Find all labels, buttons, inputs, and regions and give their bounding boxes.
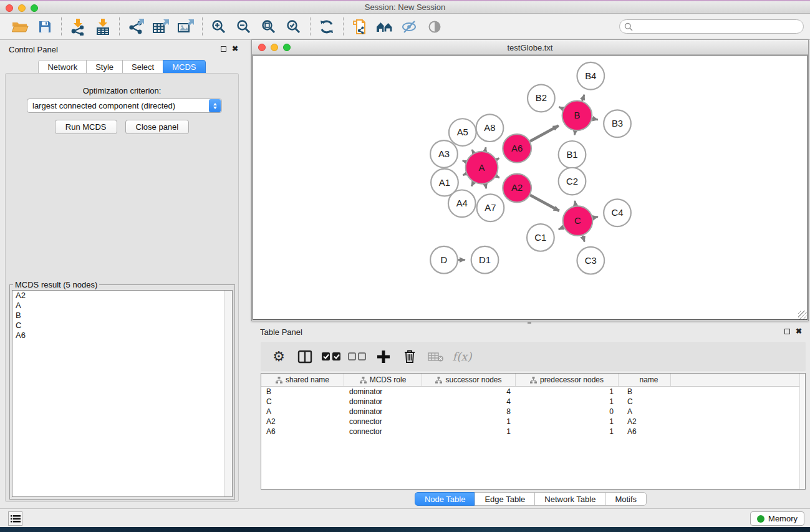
column-header-mcds-role[interactable]: MCDS role xyxy=(344,374,422,386)
graph-edge[interactable] xyxy=(593,217,598,218)
export-image-button[interactable] xyxy=(173,17,198,37)
cell-predecessor-nodes[interactable]: 1 xyxy=(516,397,619,406)
table-settings-button[interactable]: ⚙ xyxy=(267,346,291,368)
zoom-in-button[interactable] xyxy=(206,17,231,37)
cell-mcds-role[interactable]: dominator xyxy=(344,407,422,416)
column-view-button[interactable] xyxy=(293,346,317,368)
column-header-successor-nodes[interactable]: successor nodes xyxy=(422,374,516,386)
cell-name[interactable]: A xyxy=(619,407,671,416)
graph-edge[interactable] xyxy=(471,182,473,186)
unselect-all-button[interactable] xyxy=(345,346,369,368)
list-item[interactable]: B xyxy=(12,311,232,321)
cell-successor-nodes[interactable]: 4 xyxy=(422,387,516,396)
cell-mcds-role[interactable]: connector xyxy=(344,427,422,436)
cell-predecessor-nodes[interactable]: 1 xyxy=(516,387,619,396)
tab-edge-table[interactable]: Edge Table xyxy=(475,492,535,506)
tab-select[interactable]: Select xyxy=(122,60,163,74)
list-item[interactable]: A6 xyxy=(12,331,232,341)
cell-predecessor-nodes[interactable]: 0 xyxy=(516,407,619,416)
table-row[interactable]: C dominator 4 1 C xyxy=(261,397,805,407)
list-item[interactable]: A2 xyxy=(12,291,232,301)
search-input[interactable] xyxy=(619,19,804,34)
graph-edge[interactable] xyxy=(575,201,576,206)
list-item[interactable]: C xyxy=(12,321,232,331)
graph-edge[interactable] xyxy=(530,195,559,211)
function-builder-button[interactable]: f(x) xyxy=(450,346,474,368)
run-mcds-button[interactable]: Run MCDS xyxy=(55,120,117,134)
close-panel-button[interactable]: Close panel xyxy=(125,120,190,134)
hide-selected-button[interactable] xyxy=(397,17,422,37)
graph-edge[interactable] xyxy=(592,118,598,120)
graph-edge[interactable] xyxy=(463,161,466,162)
tab-network-table[interactable]: Network Table xyxy=(534,492,605,506)
cell-shared-name[interactable]: A xyxy=(261,407,344,416)
zoom-fit-button[interactable] xyxy=(256,17,281,37)
apply-layout-button[interactable] xyxy=(314,17,339,37)
network-canvas[interactable]: B4B2BB3A5A8A6B1A3AA1C2A2A4A7C4CC1C3DD1 xyxy=(253,55,808,320)
graph-edge[interactable] xyxy=(496,158,499,160)
close-panel-icon[interactable]: ✖ xyxy=(232,46,238,52)
first-neighbors-button[interactable] xyxy=(372,17,397,37)
tab-network[interactable]: Network xyxy=(38,60,87,74)
table-row[interactable]: A dominator 8 0 A xyxy=(261,407,805,417)
show-panels-button[interactable] xyxy=(8,511,22,526)
cell-shared-name[interactable]: A6 xyxy=(261,427,344,436)
cell-name[interactable]: C xyxy=(619,397,671,406)
mcds-result-list[interactable]: A2 A B C A6 xyxy=(12,290,233,497)
tab-mcds[interactable]: MCDS xyxy=(163,60,205,74)
graph-edge[interactable] xyxy=(559,107,563,109)
graph-edge[interactable] xyxy=(463,174,466,175)
criterion-select[interactable]: largest connected component (directed) xyxy=(27,99,222,113)
cell-successor-nodes[interactable]: 1 xyxy=(422,427,516,436)
table-row[interactable]: B dominator 4 1 B xyxy=(261,387,805,397)
column-header-shared-name[interactable]: shared name xyxy=(261,374,344,386)
cell-predecessor-nodes[interactable]: 1 xyxy=(516,427,619,436)
graph-edge[interactable] xyxy=(530,126,559,142)
table-row[interactable]: A2 connector 1 1 A2 xyxy=(261,417,805,427)
column-header-predecessor-nodes[interactable]: predecessor nodes xyxy=(516,374,619,386)
zoom-out-button[interactable] xyxy=(231,17,256,37)
save-session-button[interactable] xyxy=(32,17,57,37)
list-item[interactable]: A xyxy=(12,301,232,311)
graph-edge[interactable] xyxy=(485,147,486,151)
delete-column-button[interactable] xyxy=(398,346,422,368)
graph-edge[interactable] xyxy=(485,184,486,188)
cell-name[interactable]: A2 xyxy=(619,417,671,426)
create-column-button[interactable] xyxy=(372,346,395,368)
export-network-button[interactable] xyxy=(123,17,148,37)
tab-motifs[interactable]: Motifs xyxy=(605,492,647,506)
network-window-titlebar[interactable]: testGlobe.txt xyxy=(252,40,808,55)
cell-name[interactable]: B xyxy=(619,387,671,396)
export-table-button[interactable] xyxy=(148,17,173,37)
open-session-button[interactable] xyxy=(7,17,32,37)
delete-table-button[interactable] xyxy=(424,346,448,368)
tab-style[interactable]: Style xyxy=(86,60,123,74)
float-panel-icon[interactable] xyxy=(221,46,226,52)
graph-edge[interactable] xyxy=(582,236,584,242)
cell-successor-nodes[interactable]: 4 xyxy=(422,397,516,406)
list-scrollbar[interactable] xyxy=(224,291,232,496)
column-header-name[interactable]: name xyxy=(619,374,671,386)
clone-network-button[interactable] xyxy=(347,17,372,37)
close-table-panel-icon[interactable]: ✖ xyxy=(796,328,802,334)
graph-edge[interactable] xyxy=(472,150,474,153)
cell-mcds-role[interactable]: connector xyxy=(344,417,422,426)
import-table-button[interactable] xyxy=(90,17,115,37)
cell-mcds-role[interactable]: dominator xyxy=(344,397,422,406)
graph-edge[interactable] xyxy=(496,176,499,178)
split-divider-handle[interactable] xyxy=(528,322,531,324)
window-resize-grip[interactable] xyxy=(798,311,807,319)
graph-edge[interactable] xyxy=(575,131,576,135)
import-network-button[interactable] xyxy=(65,17,90,37)
table-row[interactable]: A6 connector 1 1 A6 xyxy=(261,427,805,437)
tab-node-table[interactable]: Node Table xyxy=(415,492,476,506)
cell-successor-nodes[interactable]: 1 xyxy=(422,417,516,426)
table-scrollbar[interactable] xyxy=(799,374,805,489)
graph-edge[interactable] xyxy=(582,95,584,101)
network-graph[interactable]: B4B2BB3A5A8A6B1A3AA1C2A2A4A7C4CC1C3DD1 xyxy=(253,56,807,319)
node-table[interactable]: shared name MCDS role successor nodes pr… xyxy=(261,373,806,490)
select-all-button[interactable] xyxy=(319,346,343,368)
cell-predecessor-nodes[interactable]: 1 xyxy=(516,417,619,426)
float-table-panel-icon[interactable] xyxy=(784,329,790,334)
cell-shared-name[interactable]: C xyxy=(261,397,344,406)
